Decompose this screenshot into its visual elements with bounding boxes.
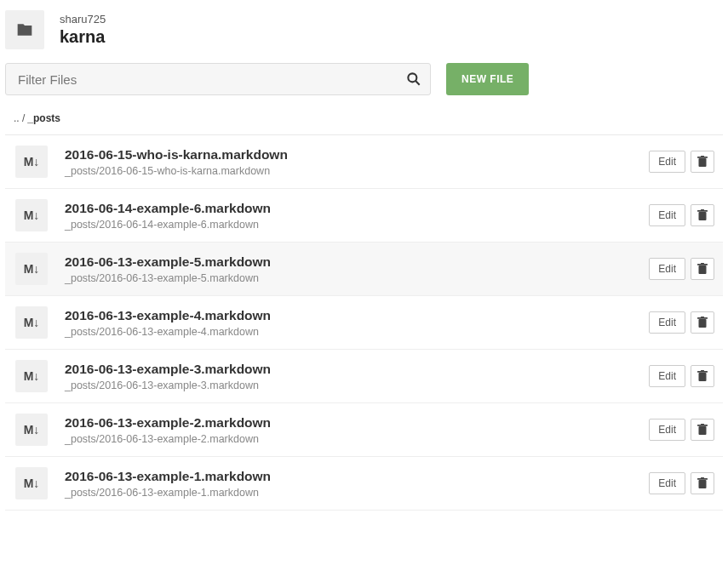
file-row[interactable]: M↓ 2016-06-15-who-is-karna.markdown _pos…	[5, 135, 723, 189]
markdown-icon-label: M↓	[24, 316, 40, 329]
breadcrumb[interactable]: .. /_posts	[5, 106, 723, 134]
file-actions: Edit	[649, 311, 714, 334]
file-info: 2016-06-13-example-2.markdown _posts/201…	[65, 415, 632, 445]
svg-rect-8	[699, 265, 707, 274]
markdown-icon: M↓	[15, 199, 48, 231]
breadcrumb-parent[interactable]: .. /	[14, 112, 25, 124]
file-title[interactable]: 2016-06-15-who-is-karna.markdown	[65, 147, 632, 163]
delete-button[interactable]	[691, 472, 714, 494]
edit-button[interactable]: Edit	[649, 151, 685, 173]
file-path: _posts/2016-06-15-who-is-karna.markdown	[65, 165, 632, 177]
file-title[interactable]: 2016-06-13-example-3.markdown	[65, 362, 632, 377]
breadcrumb-current: _posts	[27, 112, 60, 124]
folder-icon	[5, 10, 44, 49]
file-path: _posts/2016-06-13-example-1.markdown	[65, 487, 632, 499]
markdown-icon: M↓	[15, 414, 48, 446]
file-actions: Edit	[649, 365, 714, 387]
delete-button[interactable]	[691, 311, 714, 334]
filter-wrap	[5, 63, 431, 95]
edit-button[interactable]: Edit	[649, 311, 685, 334]
svg-rect-11	[699, 319, 707, 328]
file-actions: Edit	[649, 472, 714, 494]
file-row[interactable]: M↓ 2016-06-13-example-4.markdown _posts/…	[5, 296, 723, 350]
svg-rect-7	[701, 209, 704, 211]
markdown-icon: M↓	[15, 360, 48, 392]
trash-icon	[697, 477, 708, 489]
file-actions: Edit	[649, 258, 714, 280]
toolbar: NEW FILE	[5, 58, 723, 106]
markdown-icon: M↓	[15, 146, 48, 178]
file-info: 2016-06-15-who-is-karna.markdown _posts/…	[65, 147, 632, 177]
edit-button[interactable]: Edit	[649, 204, 685, 226]
new-file-button[interactable]: NEW FILE	[446, 63, 529, 95]
file-title[interactable]: 2016-06-13-example-4.markdown	[65, 308, 632, 323]
repo-name[interactable]: karna	[60, 27, 106, 47]
edit-button[interactable]: Edit	[649, 258, 685, 280]
file-info: 2016-06-13-example-5.markdown _posts/201…	[65, 254, 632, 284]
delete-button[interactable]	[691, 204, 714, 226]
markdown-icon-label: M↓	[24, 477, 40, 490]
trash-icon	[697, 156, 708, 168]
filter-input[interactable]	[5, 63, 431, 95]
file-path: _posts/2016-06-14-example-6.markdown	[65, 219, 632, 231]
file-path: _posts/2016-06-13-example-3.markdown	[65, 380, 632, 391]
markdown-icon: M↓	[15, 253, 48, 285]
repo-owner[interactable]: sharu725	[60, 13, 106, 26]
edit-button[interactable]: Edit	[649, 472, 685, 494]
file-row[interactable]: M↓ 2016-06-13-example-3.markdown _posts/…	[5, 350, 723, 403]
markdown-icon-label: M↓	[24, 155, 40, 168]
svg-rect-2	[699, 158, 707, 167]
svg-rect-22	[701, 477, 704, 479]
file-row[interactable]: M↓ 2016-06-14-example-6.markdown _posts/…	[5, 189, 723, 243]
file-info: 2016-06-14-example-6.markdown _posts/201…	[65, 201, 632, 231]
edit-button[interactable]: Edit	[649, 419, 685, 441]
svg-rect-10	[701, 263, 704, 265]
trash-icon	[697, 263, 708, 275]
svg-rect-20	[699, 480, 707, 488]
file-actions: Edit	[649, 204, 714, 226]
file-title[interactable]: 2016-06-13-example-2.markdown	[65, 415, 632, 431]
svg-rect-14	[699, 373, 707, 381]
markdown-icon: M↓	[15, 306, 48, 339]
file-actions: Edit	[649, 151, 714, 173]
svg-rect-13	[701, 317, 704, 318]
file-row[interactable]: M↓ 2016-06-13-example-5.markdown _posts/…	[5, 243, 723, 296]
markdown-icon-label: M↓	[24, 369, 40, 383]
markdown-icon-label: M↓	[24, 423, 40, 437]
delete-button[interactable]	[691, 258, 714, 280]
trash-icon	[697, 370, 708, 382]
delete-button[interactable]	[691, 151, 714, 173]
markdown-icon-label: M↓	[24, 262, 40, 276]
svg-rect-4	[701, 156, 704, 157]
file-list: M↓ 2016-06-15-who-is-karna.markdown _pos…	[5, 134, 723, 511]
markdown-icon-label: M↓	[24, 208, 40, 222]
file-path: _posts/2016-06-13-example-5.markdown	[65, 272, 632, 284]
svg-rect-19	[701, 424, 704, 425]
repo-meta: sharu725 karna	[60, 13, 106, 47]
svg-line-1	[416, 81, 420, 85]
file-title[interactable]: 2016-06-13-example-5.markdown	[65, 254, 632, 270]
edit-button[interactable]: Edit	[649, 365, 685, 387]
trash-icon	[697, 209, 708, 221]
trash-icon	[697, 317, 708, 328]
file-info: 2016-06-13-example-3.markdown _posts/201…	[65, 362, 632, 391]
trash-icon	[697, 424, 708, 436]
repo-header: sharu725 karna	[5, 5, 723, 58]
file-path: _posts/2016-06-13-example-2.markdown	[65, 433, 632, 445]
search-icon[interactable]	[405, 71, 422, 88]
file-row[interactable]: M↓ 2016-06-13-example-1.markdown _posts/…	[5, 457, 723, 511]
delete-button[interactable]	[691, 419, 714, 441]
svg-point-0	[408, 73, 416, 82]
svg-rect-16	[701, 370, 704, 372]
file-info: 2016-06-13-example-1.markdown _posts/201…	[65, 469, 632, 499]
file-title[interactable]: 2016-06-13-example-1.markdown	[65, 469, 632, 484]
file-title[interactable]: 2016-06-14-example-6.markdown	[65, 201, 632, 216]
svg-rect-17	[699, 426, 707, 435]
file-row[interactable]: M↓ 2016-06-13-example-2.markdown _posts/…	[5, 403, 723, 457]
markdown-icon: M↓	[15, 467, 48, 499]
delete-button[interactable]	[691, 365, 714, 387]
file-actions: Edit	[649, 419, 714, 441]
file-info: 2016-06-13-example-4.markdown _posts/201…	[65, 308, 632, 338]
file-path: _posts/2016-06-13-example-4.markdown	[65, 326, 632, 338]
svg-rect-5	[699, 212, 707, 220]
